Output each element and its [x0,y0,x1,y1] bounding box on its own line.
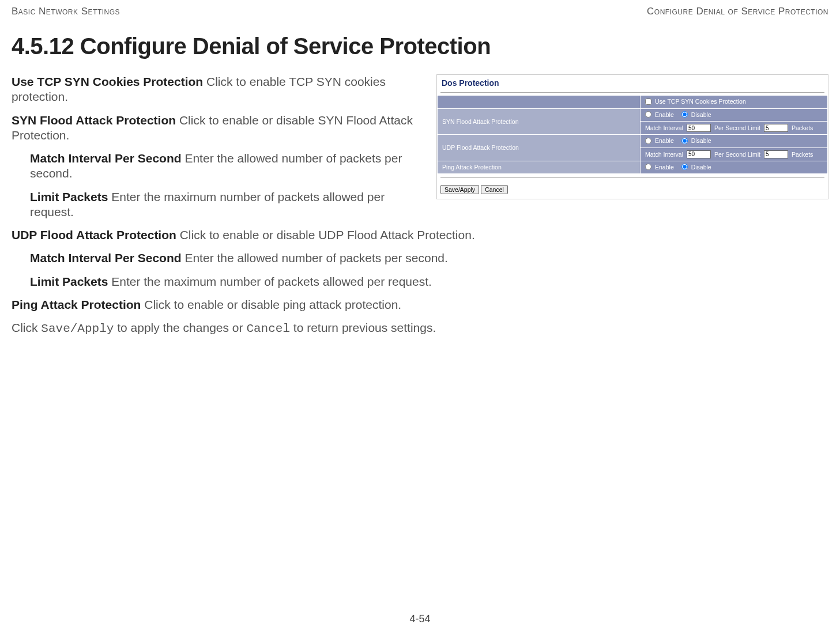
ping-enable-radio-wrap[interactable]: Enable [645,164,674,171]
syn-params-ctrl: Match Interval Per Second Limit Packets [641,122,828,135]
screenshot-panel-wrap: Dos Protection Use TCP SYN Cookies Prote… [436,74,828,199]
tcp-cookies-checkbox-wrap[interactable]: Use TCP SYN Cookies Protection [645,98,746,105]
page-number: 4-54 [12,613,828,625]
header-left: Basic Network Settings [12,6,120,17]
divider [440,177,824,178]
desc-syn-limit-packets: Limit Packets Enter the maximum number o… [30,190,426,220]
tcp-cookies-checkbox[interactable] [645,99,651,105]
udp-enable-radio[interactable] [645,138,651,144]
page-header: Basic Network Settings Configure Denial … [12,6,828,17]
row-tcp-cookies: Use TCP SYN Cookies Protection [438,96,828,109]
desc-ping-attack: Ping Attack Protection Click to enable o… [12,297,828,312]
syn-enable-radio[interactable] [645,111,651,118]
term: Limit Packets [30,275,108,288]
tcp-cookies-label: Use TCP SYN Cookies Protection [655,98,746,105]
disable-label: Disable [691,164,711,171]
save-apply-button[interactable]: Save/Apply [440,185,479,194]
syn-flood-label: SYN Flood Attack Protection [438,108,641,135]
disable-label: Disable [691,111,711,118]
ping-disable-radio[interactable] [681,164,688,170]
syn-disable-radio-wrap[interactable]: Disable [681,111,711,118]
term-text: Click to enable or disable UDP Flood Att… [176,228,475,241]
packets-label: Packets [792,124,813,131]
desc-udp-limit-packets: Limit Packets Enter the maximum number o… [30,274,828,289]
udp-enable-ctrl: Enable Disable [641,135,828,148]
ping-enable-radio[interactable] [645,164,651,170]
description-column: Use TCP SYN Cookies Protection Click to … [12,74,426,228]
udp-match-interval-input[interactable] [687,150,711,158]
enable-label: Enable [655,111,674,118]
text: to return previous settings. [290,321,436,334]
match-interval-label: Match Interval [645,151,683,158]
term: Match Interval Per Second [30,152,182,165]
code-save-apply: Save/Apply [41,322,114,335]
panel-title: Dos Protection [437,75,828,92]
term: UDP Flood Attack Protection [12,228,176,241]
header-right: Configure Denial of Service Protection [647,6,828,17]
term: Limit Packets [30,190,108,203]
empty-cell [438,96,641,109]
desc-syn-flood: SYN Flood Attack Protection Click to ena… [12,113,426,143]
section-title: 4.5.12 Configure Denial of Service Prote… [12,33,828,59]
syn-match-interval-input[interactable] [687,124,711,132]
term: SYN Flood Attack Protection [12,114,176,127]
udp-disable-radio[interactable] [681,138,688,144]
row-ping: Ping Attack Protection Enable Disable [438,161,828,174]
term: Ping Attack Protection [12,298,141,311]
cancel-button[interactable]: Cancel [481,185,508,194]
disable-label: Disable [691,137,711,144]
desc-udp-flood: UDP Flood Attack Protection Click to ena… [12,228,828,243]
udp-params-ctrl: Match Interval Per Second Limit Packets [641,147,828,161]
per-second-limit-label: Per Second Limit [714,151,760,158]
tcp-cookies-ctrl: Use TCP SYN Cookies Protection [641,96,828,109]
desc-syn-match-interval: Match Interval Per Second Enter the allo… [30,151,426,181]
udp-flood-label: UDP Flood Attack Protection [438,135,641,161]
row-udp-flood: UDP Flood Attack Protection Enable Disab… [438,135,828,148]
term-text: Click to enable or disable ping attack p… [141,298,401,311]
enable-label: Enable [655,164,674,171]
term-text: Enter the maximum number of packets allo… [108,275,431,288]
syn-limit-input[interactable] [764,124,788,132]
term-text: Enter the allowed number of packets per … [182,251,448,264]
desc-udp-match-interval: Match Interval Per Second Enter the allo… [30,251,828,266]
ping-disable-radio-wrap[interactable]: Disable [681,164,711,171]
code-cancel: Cancel [246,322,290,335]
enable-label: Enable [655,137,674,144]
row-syn-flood: SYN Flood Attack Protection Enable Disab… [438,108,828,122]
desc-save-cancel: Click Save/Apply to apply the changes or… [12,320,828,336]
term: Use TCP SYN Cookies Protection [12,75,203,88]
term: Match Interval Per Second [30,251,182,264]
syn-enable-radio-wrap[interactable]: Enable [645,111,674,118]
ping-label: Ping Attack Protection [438,161,641,174]
udp-disable-radio-wrap[interactable]: Disable [681,137,711,144]
packets-label: Packets [792,151,813,158]
per-second-limit-label: Per Second Limit [714,124,760,131]
dos-protection-panel: Dos Protection Use TCP SYN Cookies Prote… [436,74,828,199]
desc-tcp-syn-cookies: Use TCP SYN Cookies Protection Click to … [12,74,426,105]
text: to apply the changes or [114,321,246,334]
settings-table: Use TCP SYN Cookies Protection SYN Flood… [437,95,828,174]
panel-buttons: Save/Apply Cancel [437,180,828,199]
text: Click [12,321,41,334]
ping-ctrl: Enable Disable [641,161,828,174]
udp-enable-radio-wrap[interactable]: Enable [645,137,674,144]
syn-disable-radio[interactable] [681,111,688,118]
match-interval-label: Match Interval [645,124,683,131]
udp-limit-input[interactable] [764,150,788,158]
syn-enable-ctrl: Enable Disable [641,108,828,122]
divider [440,92,824,93]
